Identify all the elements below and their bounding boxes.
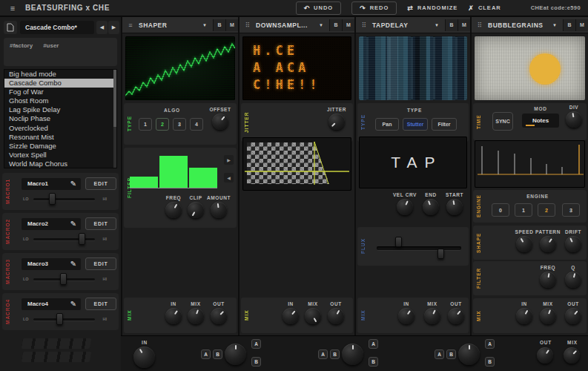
drag-handle-icon[interactable]: ⠿ [240, 22, 256, 29]
speed-knob[interactable] [516, 236, 532, 252]
macro1-edit-button[interactable]: EDIT [85, 177, 116, 190]
prev-preset-button[interactable]: ◀ [96, 21, 108, 34]
xfade1-a-route-button[interactable]: A [251, 339, 261, 349]
xfade2-b-route-button[interactable]: B [369, 357, 378, 367]
freq-knob[interactable] [540, 272, 556, 288]
drift-knob[interactable] [565, 236, 581, 252]
jitter-knob[interactable] [328, 114, 345, 130]
macro4-slider[interactable] [33, 318, 95, 321]
tag-user[interactable]: #user [43, 42, 59, 62]
macro1-slider[interactable] [33, 198, 95, 200]
engine-button-0[interactable]: 0 [492, 203, 509, 217]
flux-handle-a[interactable] [395, 237, 402, 247]
mix-knob[interactable] [424, 308, 440, 324]
shaper-bypass-button[interactable]: B [213, 19, 225, 31]
preset-item[interactable]: Ghost Room [4, 96, 116, 105]
preset-item[interactable]: Resonant Mist [4, 133, 116, 142]
macro3-edit-button[interactable]: EDIT [85, 257, 116, 270]
mix-knob[interactable] [305, 308, 321, 324]
out-knob[interactable] [565, 308, 581, 324]
next-preset-button[interactable]: ▶ [108, 21, 119, 34]
bar-next-button[interactable]: ▶ [224, 155, 234, 165]
xfade1-b-button[interactable]: B [213, 349, 222, 359]
bubblegrains-bypass-button[interactable]: B [563, 19, 575, 31]
mix-knob[interactable] [188, 308, 204, 324]
in-knob[interactable] [165, 308, 182, 324]
filter-bar-display[interactable] [130, 151, 217, 188]
preset-item[interactable]: Sizzle Damage [4, 142, 116, 151]
macro4-edit-button[interactable]: EDIT [85, 298, 116, 310]
preset-name-field[interactable]: Cascade Combo* [20, 21, 94, 34]
filter-bar[interactable] [159, 156, 188, 188]
drag-handle-icon[interactable]: ≡ [122, 22, 139, 29]
xfade1-knob[interactable] [225, 344, 246, 365]
amount-knob[interactable] [211, 202, 227, 218]
chevron-down-icon[interactable]: ▼ [546, 23, 563, 27]
tapdelay-bypass-button[interactable]: B [445, 19, 457, 31]
preset-item[interactable]: Overclocked [4, 124, 116, 133]
chevron-down-icon[interactable]: ▼ [429, 23, 445, 27]
scrollbar-thumb[interactable] [113, 70, 116, 127]
in-knob[interactable] [398, 308, 414, 324]
algo-button-3[interactable]: 3 [173, 118, 186, 131]
edit-name-icon[interactable]: ✎ [67, 258, 79, 270]
filter-bar[interactable] [189, 168, 217, 188]
preset-scrollbar[interactable] [113, 70, 116, 168]
algo-button-2[interactable]: 2 [156, 118, 169, 131]
xfade3-b-route-button[interactable]: B [485, 357, 495, 367]
edit-name-icon[interactable]: ✎ [67, 218, 79, 230]
preset-item[interactable]: Vortex Spell [4, 151, 116, 160]
output-knob[interactable] [537, 347, 553, 364]
preset-item[interactable]: Big head mode [4, 70, 116, 79]
end-knob[interactable] [423, 199, 439, 215]
start-knob[interactable] [446, 199, 463, 215]
macro-slider-handle[interactable] [49, 193, 56, 205]
chevron-down-icon[interactable]: ▼ [196, 23, 213, 27]
filter-bar[interactable] [130, 177, 158, 188]
out-knob[interactable] [211, 308, 227, 324]
chevron-down-icon[interactable]: ▼ [313, 23, 329, 27]
xfade2-knob[interactable] [342, 344, 363, 365]
preset-item[interactable]: World Map Chorus [4, 160, 116, 168]
offset-knob[interactable] [212, 114, 228, 130]
downsample-envelope-display[interactable] [242, 137, 351, 191]
type-button-stutter[interactable]: Stutter [403, 118, 428, 131]
algo-button-1[interactable]: 1 [139, 118, 152, 131]
preset-item[interactable]: Lag Spike Delay [4, 105, 116, 114]
redo-button[interactable]: ↷ REDO [351, 1, 397, 15]
clip-knob[interactable] [188, 202, 204, 218]
macro3-slider[interactable] [33, 278, 95, 280]
macro2-edit-button[interactable]: EDIT [85, 217, 116, 230]
in-knob[interactable] [283, 308, 299, 324]
input-knob[interactable] [133, 347, 155, 368]
downsample-bypass-button[interactable]: B [329, 19, 342, 31]
macro-slider-handle[interactable] [60, 273, 67, 285]
xfade2-a-route-button[interactable]: A [369, 339, 378, 349]
engine-button-2[interactable]: 2 [538, 203, 555, 217]
xfade2-a-button[interactable]: A [318, 349, 328, 359]
edit-name-icon[interactable]: ✎ [67, 178, 79, 190]
div-knob[interactable] [566, 111, 582, 128]
xfade3-a-button[interactable]: A [435, 349, 444, 359]
xfade1-b-route-button[interactable]: B [251, 357, 261, 367]
randomize-button[interactable]: ⇄ RANDOMIZE [407, 4, 457, 12]
new-preset-button[interactable] [4, 21, 17, 34]
preset-item[interactable]: Fog of War [4, 88, 116, 96]
bubblegrains-mute-button[interactable]: M [575, 19, 588, 31]
xfade1-a-button[interactable]: A [201, 349, 211, 359]
engine-button-1[interactable]: 1 [515, 203, 532, 217]
out-knob[interactable] [448, 308, 464, 324]
tag-factory[interactable]: #factory [10, 42, 33, 62]
clear-button[interactable]: ✗ CLEAR [468, 4, 501, 12]
edit-name-icon[interactable]: ✎ [67, 298, 79, 310]
master-mix-knob[interactable] [564, 347, 580, 364]
freq-knob[interactable] [165, 202, 182, 218]
bar-prev-button[interactable]: ◀ [224, 173, 234, 183]
flux-range-slider[interactable] [377, 246, 461, 250]
preset-item[interactable]: Noclip Phase [4, 114, 116, 123]
velcrv-knob[interactable] [397, 199, 413, 215]
macro-slider-handle[interactable] [79, 233, 85, 245]
pattern-knob[interactable] [540, 236, 556, 252]
engine-button-3[interactable]: 3 [562, 203, 580, 217]
q-knob[interactable] [565, 272, 581, 288]
